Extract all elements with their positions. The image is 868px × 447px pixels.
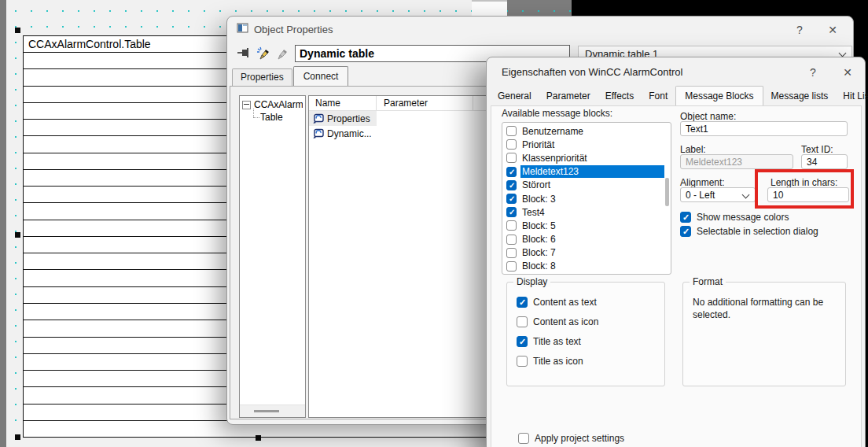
selection-handle-top-left[interactable] <box>15 28 20 33</box>
message-block-checkbox[interactable] <box>506 180 517 190</box>
message-block-item[interactable]: Priorität <box>502 138 671 151</box>
dynamic-dialog-icon <box>312 113 324 124</box>
pin-icon[interactable] <box>237 46 252 59</box>
tab-parameter[interactable]: Parameter <box>539 88 598 105</box>
alignment-combo[interactable]: 0 - Left <box>680 187 756 202</box>
message-block-label: Test4 <box>520 206 664 219</box>
selectable-dialog-label: Selectable in selection dialog <box>697 226 818 237</box>
window-edge-strip <box>0 0 6 447</box>
tab-effects[interactable]: Effects <box>598 88 641 105</box>
message-block-item[interactable]: Block: 3 <box>502 192 671 205</box>
dynamic-wizard-pen-disabled-icon <box>274 46 289 60</box>
list-item[interactable]: Properties <box>309 111 377 126</box>
text-id-field[interactable]: 34 <box>801 154 848 169</box>
display-option-row[interactable]: Content as text <box>517 297 598 308</box>
display-option-checkbox[interactable] <box>517 316 528 327</box>
message-blocks-listbox[interactable]: BenutzernamePrioritätKlassenprioritätMel… <box>502 122 671 275</box>
display-option-label: Title as text <box>533 336 581 347</box>
column-divider[interactable] <box>376 96 377 110</box>
message-block-label: Priorität <box>520 139 664 151</box>
tab-general[interactable]: General <box>491 88 539 105</box>
dialog-title: Object Properties <box>254 24 333 35</box>
message-block-item[interactable]: Block: 8 <box>502 260 671 273</box>
apply-project-settings-checkbox[interactable] <box>518 433 529 444</box>
message-block-item[interactable]: Block: 7 <box>502 246 671 260</box>
selection-handle-bottom-left[interactable] <box>15 434 20 440</box>
message-block-checkbox[interactable] <box>506 167 517 177</box>
column-divider[interactable] <box>473 96 473 110</box>
tab-hit-list[interactable]: Hit List <box>836 88 868 105</box>
message-block-checkbox[interactable] <box>506 248 517 258</box>
selectable-dialog-row[interactable]: Selectable in selection dialog <box>680 226 818 237</box>
list-item-label: Properties <box>327 113 370 124</box>
dynamic-wizard-pen-icon[interactable] <box>256 46 270 60</box>
tab-message-blocks[interactable]: Message Blocks <box>675 86 763 106</box>
message-block-label: Störort <box>520 179 664 191</box>
message-block-item[interactable]: Block: 5 <box>502 219 671 232</box>
display-group-title: Display <box>513 276 550 287</box>
display-option-label: Title as icon <box>533 356 583 367</box>
message-block-item[interactable]: Klassenpriorität <box>502 151 671 164</box>
message-block-label: Block: 6 <box>520 233 664 246</box>
message-block-checkbox[interactable] <box>506 235 517 245</box>
object-name-field[interactable]: Text1 <box>680 121 848 136</box>
listbox-scrollbar-thumb[interactable] <box>665 178 669 206</box>
object-name-label: Object name: <box>680 111 736 122</box>
display-option-checkbox[interactable] <box>517 297 528 308</box>
message-block-checkbox[interactable] <box>506 220 517 231</box>
alignment-value: 0 - Left <box>686 190 715 201</box>
list-item-label: Dynamic... <box>327 128 372 139</box>
display-option-checkbox[interactable] <box>517 356 528 367</box>
message-block-item[interactable]: Meldetext123 <box>502 165 671 179</box>
close-button[interactable]: ✕ <box>838 64 857 81</box>
red-highlight-annotation <box>755 169 854 209</box>
text-id-label: Text ID: <box>801 144 833 155</box>
column-header-name[interactable]: Name <box>315 98 340 109</box>
object-tree-panel[interactable]: CCAxAlarmControl Table <box>239 95 306 418</box>
format-group-title: Format <box>690 276 726 287</box>
display-option-row[interactable]: Title as text <box>517 336 598 347</box>
chevron-down-icon <box>839 50 847 57</box>
tree-node-table[interactable]: Table <box>251 112 305 123</box>
display-option-row[interactable]: Title as icon <box>517 356 598 367</box>
show-message-colors-checkbox[interactable] <box>680 212 691 223</box>
message-block-checkbox[interactable] <box>506 139 517 150</box>
tab-message-lists[interactable]: Message lists <box>764 88 836 105</box>
message-block-checkbox[interactable] <box>506 153 517 163</box>
help-button[interactable]: ? <box>804 64 822 81</box>
display-options: Content as textContent as iconTitle as t… <box>517 297 598 367</box>
object-properties-tabs: PropertiesConnect <box>232 67 349 86</box>
tab-font[interactable]: Font <box>642 88 675 105</box>
message-block-item[interactable]: Test4 <box>502 205 671 219</box>
apply-project-settings-row[interactable]: Apply project settings <box>518 433 624 444</box>
help-button[interactable]: ? <box>790 21 809 39</box>
message-block-item[interactable]: Block: 6 <box>502 233 671 246</box>
display-option-row[interactable]: Content as icon <box>517 316 598 327</box>
column-header-parameter[interactable]: Parameter <box>384 98 428 109</box>
selection-handle-bottom-mid[interactable] <box>256 435 261 441</box>
message-block-checkbox[interactable] <box>506 207 517 217</box>
message-block-checkbox[interactable] <box>506 126 517 136</box>
close-button[interactable]: ✕ <box>823 21 842 39</box>
selection-handle-mid-left[interactable] <box>15 232 20 238</box>
tree-collapse-icon[interactable] <box>242 101 251 109</box>
tab-properties[interactable]: Properties <box>232 68 292 86</box>
display-option-checkbox[interactable] <box>517 336 528 347</box>
tree-node-root[interactable]: CCAxAlarmControl <box>242 99 305 110</box>
message-block-label: Block: 3 <box>520 193 664 205</box>
label-field: Meldetext123 <box>680 154 793 169</box>
background-window-fragment <box>472 0 509 16</box>
show-message-colors-label: Show message colors <box>697 212 789 223</box>
message-block-checkbox[interactable] <box>506 261 517 272</box>
selectable-dialog-checkbox[interactable] <box>680 226 691 237</box>
show-message-colors-row[interactable]: Show message colors <box>680 212 789 223</box>
list-item[interactable]: Dynamic... <box>309 126 378 141</box>
alarmcontrol-tabs: GeneralParameterEffectsFontMessage Block… <box>491 86 862 106</box>
scrollbar-thumb[interactable] <box>254 410 279 412</box>
message-block-item[interactable]: Benutzername <box>502 124 671 138</box>
tree-horizontal-scrollbar[interactable] <box>240 405 305 417</box>
message-block-checkbox[interactable] <box>506 194 517 204</box>
alignment-label: Alignment: <box>680 177 725 188</box>
message-block-item[interactable]: Störort <box>502 179 671 192</box>
tab-connect[interactable]: Connect <box>293 66 349 86</box>
